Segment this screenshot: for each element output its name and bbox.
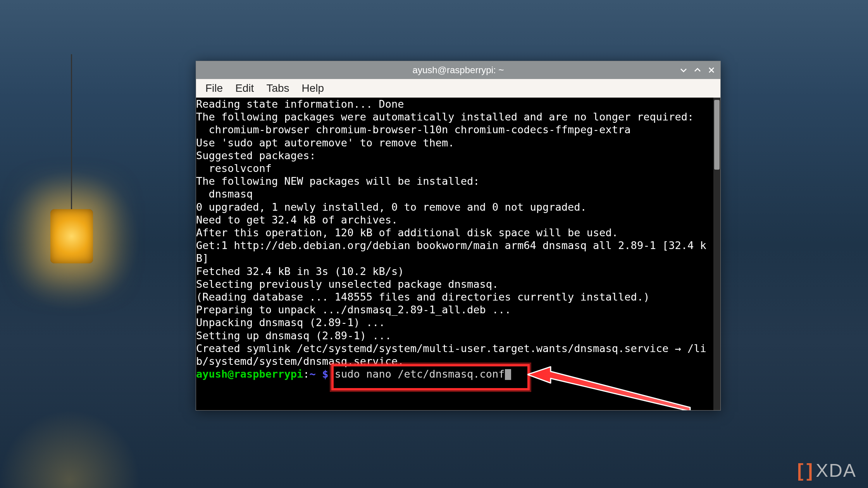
minimize-button[interactable] — [678, 64, 689, 76]
menubar: File Edit Tabs Help — [196, 79, 720, 98]
window-controls — [678, 61, 717, 79]
menu-help[interactable]: Help — [296, 80, 330, 97]
watermark-xda: [] XDA — [797, 460, 856, 481]
watermark-text: XDA — [816, 460, 856, 481]
menu-file[interactable]: File — [200, 80, 228, 97]
menu-tabs[interactable]: Tabs — [261, 80, 294, 97]
watermark-bracket-right: ] — [806, 460, 813, 481]
terminal-output: Reading state information... Done The fo… — [196, 98, 713, 380]
terminal-area[interactable]: Reading state information... Done The fo… — [196, 98, 720, 410]
wallpaper-lantern — [50, 209, 93, 263]
titlebar[interactable]: ayush@raspberrypi: ~ — [196, 61, 720, 79]
menu-edit[interactable]: Edit — [230, 80, 259, 97]
maximize-button[interactable] — [692, 64, 703, 76]
scrollbar-thumb[interactable] — [714, 100, 720, 170]
close-button[interactable] — [706, 64, 717, 76]
watermark-bracket-left: [ — [797, 460, 804, 481]
terminal-window: ayush@raspberrypi: ~ File Edit Tabs Help… — [196, 61, 721, 411]
scrollbar[interactable] — [713, 98, 720, 410]
window-title: ayush@raspberrypi: ~ — [413, 65, 504, 76]
